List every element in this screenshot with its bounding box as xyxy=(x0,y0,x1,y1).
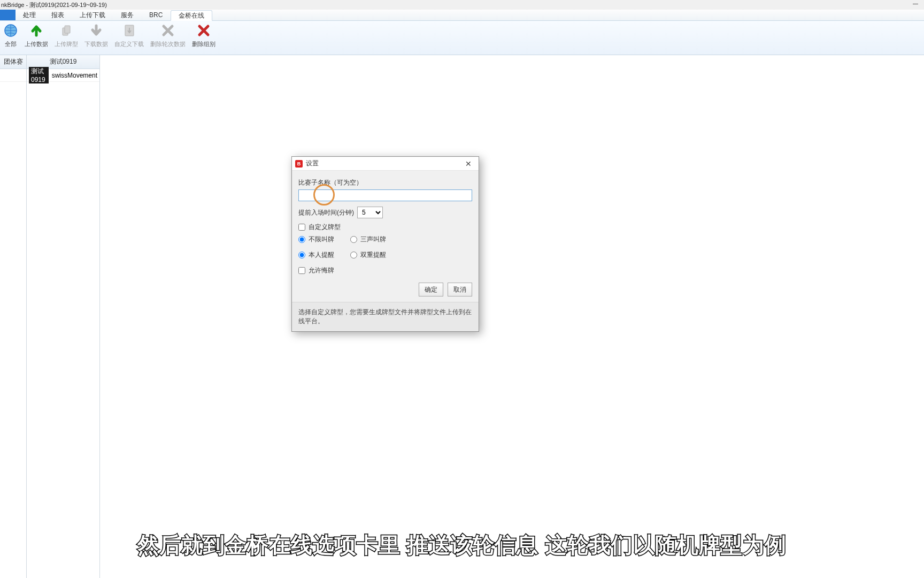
ribbon-label: 上传数据 xyxy=(25,40,48,48)
allow-undo-label: 允许悔牌 xyxy=(309,266,334,275)
window-minimize-button[interactable] xyxy=(909,0,922,7)
menu-file-icon[interactable] xyxy=(0,10,16,20)
arrow-up-icon xyxy=(29,23,44,38)
video-subtitle: 然后就到金桥在线选项卡里 推送该轮信息 这轮我们以随机牌型为例 xyxy=(0,530,924,560)
menu-item-3[interactable]: 服务 xyxy=(113,10,142,20)
match-name-input[interactable] xyxy=(298,189,472,201)
x-red-icon xyxy=(196,23,211,38)
remind-double-input[interactable] xyxy=(350,252,357,258)
entry-time-select[interactable]: 5 xyxy=(357,207,383,218)
ribbon-label: 上传牌型 xyxy=(55,40,78,48)
menu-item-4[interactable]: BRC xyxy=(142,10,171,20)
ribbon-label: 下载数据 xyxy=(84,40,108,48)
side-b-movement: swissMovement xyxy=(52,72,97,79)
menu-item-0[interactable]: 处理 xyxy=(16,10,44,20)
bid-unlimited-radio[interactable]: 不限叫牌 xyxy=(298,235,334,244)
cards-up-icon xyxy=(59,23,74,38)
menu-bar: 处理 报表 上传下载 服务 BRC 金桥在线 xyxy=(0,10,924,21)
ribbon-label: 删除组别 xyxy=(192,40,215,48)
allow-undo-checkbox[interactable]: 允许悔牌 xyxy=(298,266,472,275)
arrow-down-icon xyxy=(89,23,104,38)
entry-time-label: 提前入场时间(分钟) xyxy=(298,208,354,217)
svg-rect-2 xyxy=(65,26,70,33)
settings-dialog: B 设置 ✕ 比赛子名称（可为空） 提前入场时间(分钟) 5 自定义牌型 不限叫… xyxy=(291,156,479,332)
ok-button[interactable]: 确定 xyxy=(419,283,443,296)
menu-item-2[interactable]: 上传下载 xyxy=(72,10,113,20)
bid-unlimited-input[interactable] xyxy=(298,236,305,243)
x-orange-icon xyxy=(160,23,175,38)
ribbon-btn-all[interactable]: 全部 xyxy=(0,23,21,48)
ribbon-label: 自定义下载 xyxy=(114,40,144,48)
side-b-selected: 测试0919 xyxy=(29,67,49,83)
ribbon-btn-upload[interactable]: 上传数据 xyxy=(21,23,51,48)
menu-item-5[interactable]: 金桥在线 xyxy=(171,10,212,21)
side-b-row[interactable]: 测试0919 swissMovement xyxy=(27,69,99,82)
bid-unlimited-label: 不限叫牌 xyxy=(309,235,334,244)
custom-deal-checkbox[interactable]: 自定义牌型 xyxy=(298,223,472,232)
ribbon-btn-custom-download: 自定义下载 xyxy=(111,23,147,48)
side-a-row[interactable] xyxy=(0,69,26,82)
globe-icon xyxy=(3,23,18,38)
custom-deal-checkbox-input[interactable] xyxy=(298,224,305,231)
ribbon-btn-delete-round: 删除轮次数据 xyxy=(147,23,189,48)
bid-three-radio[interactable]: 三声叫牌 xyxy=(350,235,386,244)
window-titlebar: nkBridge - 测试0919(2021-09-19~09-19) xyxy=(0,0,924,10)
dialog-app-icon: B xyxy=(295,160,303,168)
side-column-a: 团体赛 xyxy=(0,55,27,578)
menu-item-1[interactable]: 报表 xyxy=(44,10,72,20)
allow-undo-input[interactable] xyxy=(298,267,305,274)
remind-self-input[interactable] xyxy=(298,252,305,258)
dialog-titlebar[interactable]: B 设置 ✕ xyxy=(292,157,479,171)
dialog-close-button[interactable]: ✕ xyxy=(461,158,475,169)
ribbon-toolbar: 全部 上传数据 上传牌型 下载数据 自定义下载 删除轮次数据 删除组别 xyxy=(0,21,924,55)
dialog-title-text: 设置 xyxy=(306,159,319,168)
remind-double-label: 双重提醒 xyxy=(360,250,386,260)
ribbon-label: 删除轮次数据 xyxy=(150,40,186,48)
dialog-body: 比赛子名称（可为空） 提前入场时间(分钟) 5 自定义牌型 不限叫牌 三声叫牌 xyxy=(292,171,479,302)
bid-three-label: 三声叫牌 xyxy=(360,235,386,244)
ribbon-btn-upload-deal: 上传牌型 xyxy=(51,23,81,48)
remind-double-radio[interactable]: 双重提醒 xyxy=(350,250,386,260)
window-title: nkBridge - 测试0919(2021-09-19~09-19) xyxy=(1,1,107,9)
match-name-label: 比赛子名称（可为空） xyxy=(298,178,472,187)
custom-deal-label: 自定义牌型 xyxy=(309,223,341,232)
remind-self-label: 本人提醒 xyxy=(309,250,334,260)
side-column-b: 测试0919 测试0919 swissMovement xyxy=(27,55,100,578)
ribbon-label: 全部 xyxy=(5,40,17,48)
side-a-header: 团体赛 xyxy=(0,55,26,69)
main-pane xyxy=(100,55,924,578)
bid-three-input[interactable] xyxy=(350,236,357,243)
ribbon-btn-delete-group[interactable]: 删除组别 xyxy=(189,23,219,48)
ribbon-btn-download: 下载数据 xyxy=(81,23,111,48)
dialog-footer-hint: 选择自定义牌型，您需要生成牌型文件并将牌型文件上传到在线平台。 xyxy=(292,302,479,331)
sheet-down-icon xyxy=(122,23,137,38)
cancel-button[interactable]: 取消 xyxy=(448,283,472,296)
remind-self-radio[interactable]: 本人提醒 xyxy=(298,250,334,260)
